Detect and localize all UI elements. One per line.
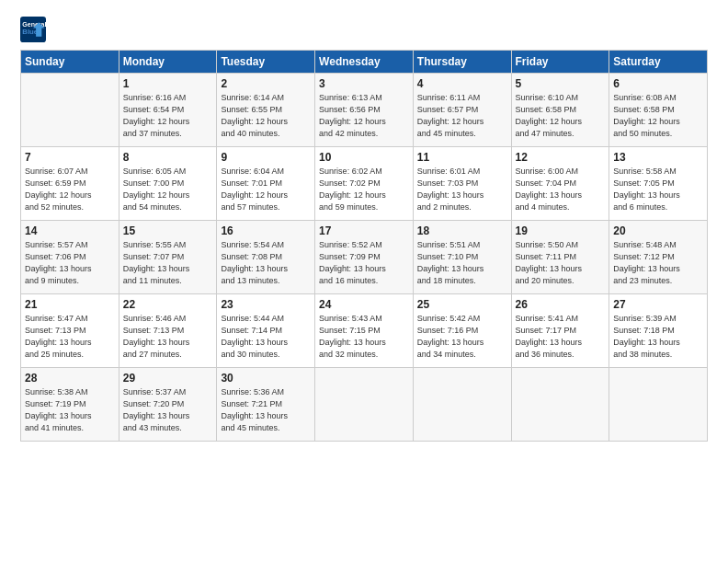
calendar-cell: 26Sunrise: 5:41 AM Sunset: 7:17 PM Dayli… [511, 294, 609, 368]
calendar-cell: 9Sunrise: 6:04 AM Sunset: 7:01 PM Daylig… [217, 147, 315, 221]
header-row: SundayMondayTuesdayWednesdayThursdayFrid… [21, 51, 708, 74]
calendar-cell: 30Sunrise: 5:36 AM Sunset: 7:21 PM Dayli… [217, 368, 315, 442]
day-number: 11 [417, 151, 507, 164]
cell-content: Sunrise: 5:50 AM Sunset: 7:11 PM Dayligh… [516, 239, 606, 287]
cell-content: Sunrise: 6:04 AM Sunset: 7:01 PM Dayligh… [221, 166, 311, 213]
calendar-cell: 15Sunrise: 5:55 AM Sunset: 7:07 PM Dayli… [119, 221, 217, 294]
cell-content: Sunrise: 6:08 AM Sunset: 6:58 PM Dayligh… [613, 92, 703, 140]
day-number: 26 [516, 298, 606, 311]
cell-content: Sunrise: 5:54 AM Sunset: 7:08 PM Dayligh… [221, 239, 311, 287]
calendar-cell: 25Sunrise: 5:42 AM Sunset: 7:16 PM Dayli… [413, 294, 511, 368]
day-number: 30 [221, 372, 311, 385]
calendar-cell: 19Sunrise: 5:50 AM Sunset: 7:11 PM Dayli… [511, 221, 609, 294]
day-number: 15 [123, 224, 213, 237]
cell-content: Sunrise: 5:42 AM Sunset: 7:16 PM Dayligh… [417, 313, 507, 361]
calendar-cell: 12Sunrise: 6:00 AM Sunset: 7:04 PM Dayli… [511, 147, 609, 221]
logo-icon: General Blue [20, 17, 46, 42]
day-number: 5 [516, 77, 606, 90]
calendar-cell: 13Sunrise: 5:58 AM Sunset: 7:05 PM Dayli… [609, 147, 708, 221]
cell-content: Sunrise: 5:37 AM Sunset: 7:20 PM Dayligh… [123, 386, 213, 434]
calendar-cell [315, 368, 414, 442]
calendar-cell: 16Sunrise: 5:54 AM Sunset: 7:08 PM Dayli… [217, 221, 315, 294]
cell-content: Sunrise: 5:57 AM Sunset: 7:06 PM Dayligh… [25, 239, 115, 287]
calendar-cell: 21Sunrise: 5:47 AM Sunset: 7:13 PM Dayli… [21, 294, 119, 368]
day-number: 9 [221, 151, 311, 164]
calendar-cell: 2Sunrise: 6:14 AM Sunset: 6:55 PM Daylig… [217, 74, 315, 147]
cell-content: Sunrise: 6:16 AM Sunset: 6:54 PM Dayligh… [123, 92, 213, 140]
day-number: 18 [417, 224, 507, 237]
day-number: 7 [25, 151, 115, 164]
cell-content: Sunrise: 5:48 AM Sunset: 7:12 PM Dayligh… [613, 239, 703, 287]
header-sunday: Sunday [21, 51, 119, 74]
calendar-cell [21, 74, 119, 147]
cell-content: Sunrise: 5:41 AM Sunset: 7:17 PM Dayligh… [516, 313, 606, 361]
cell-content: Sunrise: 5:51 AM Sunset: 7:10 PM Dayligh… [417, 239, 507, 287]
cell-content: Sunrise: 6:01 AM Sunset: 7:03 PM Dayligh… [417, 166, 507, 213]
day-number: 10 [319, 151, 409, 164]
header-wednesday: Wednesday [315, 51, 414, 74]
header-saturday: Saturday [609, 51, 708, 74]
calendar-cell: 5Sunrise: 6:10 AM Sunset: 6:58 PM Daylig… [511, 74, 609, 147]
calendar-cell: 11Sunrise: 6:01 AM Sunset: 7:03 PM Dayli… [413, 147, 511, 221]
calendar-cell: 3Sunrise: 6:13 AM Sunset: 6:56 PM Daylig… [315, 74, 414, 147]
day-number: 22 [123, 298, 213, 311]
week-row-1: 1Sunrise: 6:16 AM Sunset: 6:54 PM Daylig… [21, 74, 708, 147]
calendar-cell [413, 368, 511, 442]
calendar-cell: 28Sunrise: 5:38 AM Sunset: 7:19 PM Dayli… [21, 368, 119, 442]
calendar-cell: 6Sunrise: 6:08 AM Sunset: 6:58 PM Daylig… [609, 74, 708, 147]
calendar-cell [511, 368, 609, 442]
cell-content: Sunrise: 5:46 AM Sunset: 7:13 PM Dayligh… [123, 313, 213, 361]
calendar-cell: 14Sunrise: 5:57 AM Sunset: 7:06 PM Dayli… [21, 221, 119, 294]
cell-content: Sunrise: 6:11 AM Sunset: 6:57 PM Dayligh… [417, 92, 507, 140]
cell-content: Sunrise: 6:13 AM Sunset: 6:56 PM Dayligh… [319, 92, 409, 140]
cell-content: Sunrise: 5:39 AM Sunset: 7:18 PM Dayligh… [613, 313, 703, 361]
logo: General Blue [20, 17, 51, 42]
cell-content: Sunrise: 6:00 AM Sunset: 7:04 PM Dayligh… [516, 166, 606, 213]
day-number: 20 [613, 224, 703, 237]
calendar-cell [609, 368, 708, 442]
calendar-cell: 18Sunrise: 5:51 AM Sunset: 7:10 PM Dayli… [413, 221, 511, 294]
day-number: 17 [319, 224, 409, 237]
calendar-cell: 22Sunrise: 5:46 AM Sunset: 7:13 PM Dayli… [119, 294, 217, 368]
cell-content: Sunrise: 6:14 AM Sunset: 6:55 PM Dayligh… [221, 92, 311, 140]
cell-content: Sunrise: 6:02 AM Sunset: 7:02 PM Dayligh… [319, 166, 409, 213]
day-number: 21 [25, 298, 115, 311]
day-number: 13 [613, 151, 703, 164]
calendar-cell: 1Sunrise: 6:16 AM Sunset: 6:54 PM Daylig… [119, 74, 217, 147]
day-number: 19 [516, 224, 606, 237]
day-number: 23 [221, 298, 311, 311]
cell-content: Sunrise: 5:55 AM Sunset: 7:07 PM Dayligh… [123, 239, 213, 287]
calendar-cell: 24Sunrise: 5:43 AM Sunset: 7:15 PM Dayli… [315, 294, 414, 368]
calendar-cell: 29Sunrise: 5:37 AM Sunset: 7:20 PM Dayli… [119, 368, 217, 442]
cell-content: Sunrise: 6:05 AM Sunset: 7:00 PM Dayligh… [123, 166, 213, 213]
cell-content: Sunrise: 5:52 AM Sunset: 7:09 PM Dayligh… [319, 239, 409, 287]
calendar-cell: 27Sunrise: 5:39 AM Sunset: 7:18 PM Dayli… [609, 294, 708, 368]
calendar-cell: 10Sunrise: 6:02 AM Sunset: 7:02 PM Dayli… [315, 147, 414, 221]
week-row-4: 21Sunrise: 5:47 AM Sunset: 7:13 PM Dayli… [21, 294, 708, 368]
day-number: 29 [123, 372, 213, 385]
week-row-3: 14Sunrise: 5:57 AM Sunset: 7:06 PM Dayli… [21, 221, 708, 294]
calendar-cell: 17Sunrise: 5:52 AM Sunset: 7:09 PM Dayli… [315, 221, 414, 294]
cell-content: Sunrise: 5:47 AM Sunset: 7:13 PM Dayligh… [25, 313, 115, 361]
day-number: 6 [613, 77, 703, 90]
day-number: 28 [25, 372, 115, 385]
cell-content: Sunrise: 6:10 AM Sunset: 6:58 PM Dayligh… [516, 92, 606, 140]
calendar-cell: 23Sunrise: 5:44 AM Sunset: 7:14 PM Dayli… [217, 294, 315, 368]
cell-content: Sunrise: 6:07 AM Sunset: 6:59 PM Dayligh… [25, 166, 115, 213]
day-number: 14 [25, 224, 115, 237]
header-monday: Monday [119, 51, 217, 74]
day-number: 2 [221, 77, 311, 90]
cell-content: Sunrise: 5:38 AM Sunset: 7:19 PM Dayligh… [25, 386, 115, 434]
header-tuesday: Tuesday [217, 51, 315, 74]
header-thursday: Thursday [413, 51, 511, 74]
day-number: 25 [417, 298, 507, 311]
calendar-table: SundayMondayTuesdayWednesdayThursdayFrid… [20, 50, 708, 442]
header-friday: Friday [511, 51, 609, 74]
week-row-2: 7Sunrise: 6:07 AM Sunset: 6:59 PM Daylig… [21, 147, 708, 221]
day-number: 27 [613, 298, 703, 311]
week-row-5: 28Sunrise: 5:38 AM Sunset: 7:19 PM Dayli… [21, 368, 708, 442]
day-number: 16 [221, 224, 311, 237]
calendar-page: General Blue SundayMondayTuesdayWednesda… [0, 0, 728, 451]
day-number: 24 [319, 298, 409, 311]
day-number: 1 [123, 77, 213, 90]
